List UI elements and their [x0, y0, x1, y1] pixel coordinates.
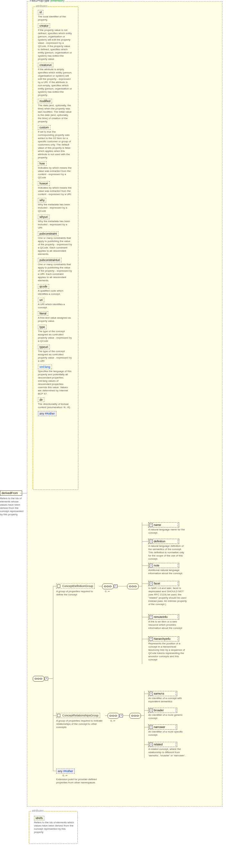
- cdg-desc: A group of properties required to define…: [56, 590, 98, 596]
- element-remoteInfo: +remoteInfo: [148, 614, 179, 620]
- element-desc: In NAR 1.8 and later, facet is deprecate…: [148, 587, 187, 606]
- attr-custom: custom: [38, 125, 50, 130]
- attr-desc: A qualified code which identifies a conc…: [38, 289, 72, 296]
- attr-pubconstraint: pubconstraint: [38, 231, 59, 236]
- element-note: +note: [148, 563, 179, 568]
- attr-how: how: [38, 161, 46, 166]
- attr-creator: creator: [38, 24, 50, 28]
- expand-icon[interactable]: +: [114, 585, 117, 588]
- element-narrower: +narrower: [148, 724, 177, 730]
- root-desc: Refers to the ids of elements whose valu…: [0, 497, 26, 516]
- attr-dir: dir: [38, 398, 44, 402]
- attr-desc: The type of the concept assigned as cont…: [38, 330, 72, 343]
- wildcard-any-attr: any ##other: [38, 411, 57, 416]
- base-type-label: Flex1PropType: [30, 0, 49, 2]
- expand-icon[interactable]: +: [149, 523, 153, 527]
- expand-icon[interactable]: +: [149, 709, 153, 712]
- any-occ: 0..∞: [63, 774, 67, 777]
- seq-crg: [108, 713, 119, 719]
- attr-modified: modified: [38, 99, 52, 103]
- cdg-label: ConceptDefinitionGroup: [62, 585, 93, 588]
- crg-occ: 0..∞: [110, 719, 115, 722]
- concept-definition-group: ConceptDefinitionGroup: [56, 584, 95, 589]
- sequence-connector-main: [33, 676, 44, 682]
- attr-entry-literal: literalA free-text value assigned as pro…: [38, 311, 76, 323]
- attr-desc: Indicates by which means the value was e…: [38, 166, 72, 179]
- attributes-box-main: attributes idThe local identifier of the…: [33, 6, 78, 490]
- attr-desc: Why the metadata has been included - exp…: [38, 203, 72, 213]
- root-element: derivedFrom: [0, 491, 22, 496]
- extension-header: Flex1PropType (extension): [29, 0, 65, 2]
- attr-desc: A URI which identifies a concept.: [38, 303, 72, 309]
- crg-label: ConceptRelationshipsGroup: [62, 714, 99, 717]
- any-namespace: ##other: [63, 770, 73, 773]
- attributes-title: attributes: [31, 809, 44, 812]
- attr-desc: One or many constraints that apply to pu…: [38, 237, 72, 256]
- attr-desc: One or many constraints that apply to pu…: [38, 263, 72, 282]
- element-desc: A natural language name for the concept.: [148, 528, 187, 534]
- expand-icon[interactable]: +: [149, 637, 153, 641]
- attr-desc: Specifies the language of this property …: [38, 370, 72, 396]
- attr-entry-dir: dirThe directionality of textual content…: [38, 398, 76, 409]
- connector-line: [20, 493, 27, 493]
- element-desc: An identifier of a more specific concept…: [148, 730, 187, 737]
- root-label: derivedFrom: [2, 491, 18, 495]
- extension-container: Flex1PropType (extension) attributes idT…: [27, 1, 223, 807]
- attr-idrefs-desc: Refers to the ids of elements which valu…: [34, 821, 74, 834]
- element-desc: An identifier of a concept with equivale…: [148, 697, 187, 703]
- expand-icon[interactable]: +: [149, 743, 153, 746]
- expand-icon[interactable]: +: [149, 540, 153, 543]
- expand-icon[interactable]: +: [45, 677, 48, 680]
- attr-entry-creatoruri: creatoruriIf the attribute is empty, spe…: [38, 63, 76, 97]
- attr-entry-creator: creatorIf the property value is not defi…: [38, 24, 76, 61]
- element-desc: A natural language definition of the sem…: [148, 545, 187, 561]
- attr-creatoruri: creatoruri: [38, 63, 53, 67]
- attr-qcode: qcode: [38, 284, 49, 289]
- expand-icon[interactable]: +: [119, 714, 123, 717]
- concept-relationships-group: ConceptRelationshipsGroup: [56, 713, 100, 718]
- seq-cdg-inner: [127, 584, 139, 589]
- expand-icon[interactable]: +: [149, 564, 153, 567]
- attr-desc: Indicates by which means the value was e…: [38, 186, 72, 196]
- attr-whyuri: whyuri: [38, 215, 49, 219]
- attributes-title: attributes: [35, 4, 48, 8]
- expand-icon[interactable]: +: [149, 725, 153, 729]
- attr-entry-pubconstraint: pubconstraintOne or many constraints tha…: [38, 231, 76, 256]
- attr-desc: If the attribute is empty, specifies whi…: [38, 68, 72, 97]
- any-desc: Extension point for provider-defined pro…: [56, 778, 98, 784]
- attr-type: type: [38, 325, 46, 329]
- attr-pubconstrainturi: pubconstrainturi: [38, 258, 62, 262]
- attr-literal: literal: [38, 311, 48, 316]
- element-desc: Additional natural language information …: [148, 569, 187, 575]
- any-label: any: [58, 770, 63, 773]
- attributes-box-secondary: attributes idrefs Refers to the ids of e…: [29, 811, 78, 844]
- expand-icon[interactable]: +: [149, 582, 153, 585]
- expand-icon[interactable]: +: [149, 615, 153, 619]
- attr-xml-lang: xml:lang: [38, 365, 52, 369]
- attr-entry-modified: modifiedThe date (and, optionally, the t…: [38, 99, 76, 123]
- attr-typeuri: typeuri: [38, 345, 50, 349]
- attr-uri: uri: [38, 298, 44, 302]
- attr-entry-custom: customIf set to true the corresponding p…: [38, 125, 76, 159]
- attr-idrefs: idrefs: [34, 816, 44, 820]
- attr-entry-id: idThe local identifier of the property.: [38, 10, 76, 22]
- attr-entry-howuri: howuriIndicates by which means the value…: [38, 181, 76, 196]
- attr-entry-qcode: qcodeA qualified code which identifies a…: [38, 284, 76, 296]
- seq-crg-inner: [129, 713, 141, 719]
- element-desc: A related concept, where the relationshi…: [148, 748, 187, 757]
- element-hierarchyInfo: +hierarchyInfo: [148, 636, 179, 642]
- attr-entry-pubconstrainturi: pubconstrainturiOne or many constraints …: [38, 258, 76, 282]
- attr-desc: The local identifier of the property.: [38, 15, 72, 22]
- element-desc: Represents the position of a concept in …: [148, 642, 187, 661]
- element-sameAs: +sameAs: [148, 691, 177, 696]
- expand-icon[interactable]: +: [149, 692, 153, 695]
- element-desc: A link to an item or a web resource whic…: [148, 620, 187, 630]
- attr-entry-why: whyWhy the metadata has been included - …: [38, 198, 76, 213]
- extension-label: (extension): [50, 0, 65, 2]
- attr-entry-type: typeThe type of the concept assigned as …: [38, 325, 76, 343]
- attr-desc: Why the metadata has been included - exp…: [38, 220, 72, 229]
- attr-desc: The type of the concept assigned as cont…: [38, 350, 72, 363]
- element-related: +related: [148, 742, 177, 747]
- attr-desc: The date (and, optionally, the time) whe…: [38, 104, 72, 123]
- seq-cdg: [102, 584, 114, 589]
